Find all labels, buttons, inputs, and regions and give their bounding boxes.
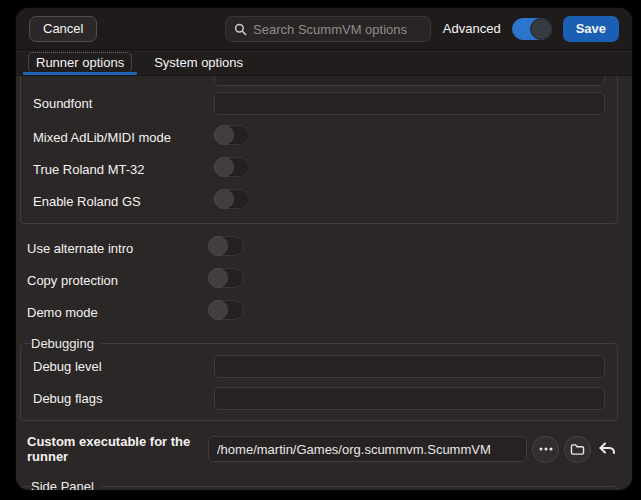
toggle-knob — [214, 157, 234, 177]
demo-mode-row: Demo mode — [27, 300, 618, 324]
tab-runner-options[interactable]: Runner options — [21, 50, 139, 75]
search-input[interactable] — [253, 22, 422, 37]
custom-executable-input[interactable] — [208, 436, 527, 462]
mixed-adlib-label: Mixed AdLib/MIDI mode — [33, 130, 214, 145]
demo-mode-toggle[interactable] — [208, 300, 244, 320]
side-panel-group: Side Panel Visible in Side Panel — [20, 479, 618, 490]
copy-protection-toggle[interactable] — [208, 268, 244, 288]
tab-system-options[interactable]: System options — [139, 50, 258, 75]
alt-intro-toggle[interactable] — [208, 236, 244, 256]
audio-settings-group: Soundfont Mixed AdLib/MIDI mode True Rol… — [20, 76, 618, 224]
toggle-knob — [208, 268, 228, 288]
alt-intro-label: Use alternate intro — [27, 241, 208, 256]
side-panel-legend: Side Panel — [31, 479, 101, 490]
toggle-knob — [530, 18, 552, 40]
enable-gs-row: Enable Roland GS — [33, 189, 605, 213]
custom-executable-row: Custom executable for the runner — [27, 434, 618, 465]
undo-icon — [598, 442, 616, 456]
copy-protection-label: Copy protection — [27, 273, 208, 288]
true-roland-toggle[interactable] — [214, 157, 250, 177]
open-folder-button[interactable] — [564, 436, 591, 463]
search-icon — [234, 23, 247, 36]
reset-button[interactable] — [596, 437, 618, 461]
debug-level-input[interactable] — [214, 355, 605, 378]
true-roland-row: True Roland MT-32 — [33, 157, 605, 181]
ellipsis-icon — [539, 447, 553, 451]
toggle-knob — [214, 125, 234, 145]
debugging-legend: Debugging — [31, 336, 101, 351]
toggle-knob — [208, 300, 228, 320]
debug-flags-input[interactable] — [214, 387, 605, 410]
browse-button[interactable] — [532, 436, 559, 463]
custom-executable-controls — [208, 436, 618, 463]
soundfont-label: Soundfont — [33, 96, 214, 111]
enable-gs-label: Enable Roland GS — [33, 194, 214, 209]
alt-intro-row: Use alternate intro — [27, 236, 618, 260]
header-bar: Cancel Advanced Save — [16, 8, 632, 50]
true-roland-label: True Roland MT-32 — [33, 162, 214, 177]
clipped-row — [33, 76, 605, 86]
folder-icon — [570, 443, 585, 456]
clipped-text-input[interactable] — [214, 76, 605, 86]
toggle-knob — [214, 189, 234, 209]
enable-gs-toggle[interactable] — [214, 189, 250, 209]
cancel-button[interactable]: Cancel — [29, 16, 97, 42]
custom-executable-label: Custom executable for the runner — [27, 434, 208, 465]
tab-bar: Runner options System options — [16, 50, 632, 76]
search-field[interactable] — [225, 16, 431, 42]
debug-flags-label: Debug flags — [33, 391, 214, 406]
copy-protection-row: Copy protection — [27, 268, 618, 292]
tab-label: System options — [147, 53, 250, 72]
save-button[interactable]: Save — [563, 16, 619, 42]
runner-options-page: Soundfont Mixed AdLib/MIDI mode True Rol… — [16, 76, 632, 490]
soundfont-input[interactable] — [214, 92, 605, 115]
demo-mode-label: Demo mode — [27, 305, 208, 320]
advanced-label: Advanced — [443, 21, 501, 36]
debug-flags-row: Debug flags — [33, 387, 605, 410]
tab-label: Runner options — [29, 53, 131, 72]
debug-level-row: Debug level — [33, 355, 605, 378]
mixed-adlib-row: Mixed AdLib/MIDI mode — [33, 125, 605, 149]
mixed-adlib-toggle[interactable] — [214, 125, 250, 145]
debugging-group: Debugging Debug level Debug flags — [20, 336, 618, 421]
clipped-input-wrap — [214, 76, 605, 86]
debug-level-label: Debug level — [33, 359, 214, 374]
soundfont-row: Soundfont — [33, 92, 605, 115]
header-right-group: Advanced Save — [443, 16, 619, 42]
advanced-toggle[interactable] — [512, 18, 552, 40]
toggle-knob — [208, 236, 228, 256]
scummvm-options-dialog: Cancel Advanced Save Runner options Syst… — [16, 8, 632, 490]
